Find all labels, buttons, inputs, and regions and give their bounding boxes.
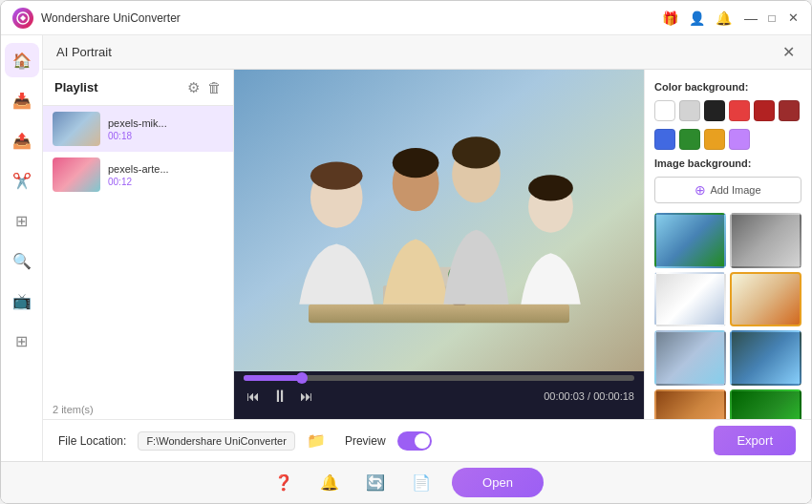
playlist-settings-icon[interactable]: ⚙ xyxy=(187,79,200,96)
progress-fill xyxy=(244,375,302,381)
sidebar-item-home[interactable]: 🏠 xyxy=(5,43,39,77)
sidebar-item-download[interactable]: 📥 xyxy=(5,83,39,117)
file-path: F:\Wondershare UniConverter xyxy=(138,431,295,451)
color-swatch-green[interactable] xyxy=(679,129,700,150)
dialog-close-button[interactable]: ✕ xyxy=(779,43,798,62)
playlist-thumb-2 xyxy=(53,158,100,192)
dock-bell-icon[interactable]: 🔔 xyxy=(314,468,345,498)
image-thumb-3[interactable] xyxy=(654,272,726,327)
playlist-item-info-1: pexels-mik... 00:18 xyxy=(108,117,224,141)
progress-thumb[interactable] xyxy=(296,372,308,384)
color-grid xyxy=(654,100,801,121)
image-thumb-8[interactable] xyxy=(730,389,801,419)
image-thumb-2[interactable] xyxy=(730,213,801,268)
video-preview xyxy=(234,70,644,371)
playlist-header-icons: ⚙ 🗑 xyxy=(187,79,222,96)
svg-rect-1 xyxy=(234,70,644,371)
time-display: 00:00:03 / 00:00:18 xyxy=(544,390,634,402)
image-section-title: Image background: xyxy=(654,158,801,169)
app-title: Wondershare UniConverter xyxy=(41,11,181,25)
svg-point-14 xyxy=(452,136,501,168)
image-thumb-7[interactable] xyxy=(654,389,726,419)
dock-refresh-icon[interactable]: 🔄 xyxy=(360,468,391,498)
forward-button[interactable]: ⏭ xyxy=(297,387,316,406)
image-thumb-4[interactable] xyxy=(730,272,801,327)
dialog-title: AI Portrait xyxy=(56,45,112,59)
minimize-button[interactable]: — xyxy=(744,11,758,25)
add-image-button[interactable]: ⊕ Add Image xyxy=(654,177,801,203)
progress-bar[interactable] xyxy=(244,375,634,381)
dock-page-icon[interactable]: 📄 xyxy=(406,468,437,498)
color-section-title: Color background: xyxy=(654,81,801,93)
playlist-item-name-2: pexels-arte... xyxy=(108,163,224,175)
svg-point-12 xyxy=(310,162,363,190)
dock-help-icon[interactable]: ❓ xyxy=(268,468,299,498)
sidebar-item-grid[interactable]: ⊞ xyxy=(5,203,39,238)
add-icon: ⊕ xyxy=(694,182,706,198)
svg-rect-2 xyxy=(309,304,569,324)
playlist-item[interactable]: pexels-mik... 00:18 xyxy=(43,106,233,152)
file-location-label: File Location: xyxy=(58,434,126,448)
add-image-label: Add Image xyxy=(710,184,760,196)
image-thumb-1[interactable] xyxy=(654,213,726,268)
playlist-item-duration-1: 00:18 xyxy=(108,131,224,141)
color-swatch-orange[interactable] xyxy=(704,129,725,150)
app-logo xyxy=(12,8,33,29)
sidebar-item-upload[interactable]: 📤 xyxy=(5,123,39,158)
image-grid xyxy=(654,213,801,419)
preview-toggle[interactable] xyxy=(397,431,432,451)
playlist-header: Playlist ⚙ 🗑 xyxy=(43,70,233,106)
folder-icon[interactable]: 📁 xyxy=(307,431,326,450)
color-swatch-purple[interactable] xyxy=(729,129,750,150)
sidebar-item-cut[interactable]: ✂️ xyxy=(5,163,39,198)
sidebar: 🏠 📥 📤 ✂️ ⊞ 🔍 📺 ⊞ xyxy=(1,35,43,461)
bottom-bar: File Location: F:\Wondershare UniConvert… xyxy=(43,419,811,461)
video-container xyxy=(234,70,644,371)
open-button[interactable]: Open xyxy=(452,468,544,497)
color-swatch-black[interactable] xyxy=(704,100,725,121)
preview-label: Preview xyxy=(345,434,386,448)
video-area: ⏮ ⏸ ⏭ 00:00:03 / 00:00:18 xyxy=(234,70,644,419)
main-content: 🏠 📥 📤 ✂️ ⊞ 🔍 📺 ⊞ AI Portrait ✕ Playlist xyxy=(1,35,811,461)
color-swatch-red[interactable] xyxy=(729,100,750,121)
playlist-item-name-1: pexels-mik... xyxy=(108,117,224,129)
sidebar-item-tv[interactable]: 📺 xyxy=(5,284,39,318)
notification-icon[interactable]: 🔔 xyxy=(714,9,733,28)
user-icon[interactable]: 👤 xyxy=(687,9,706,28)
color-swatch-darkred[interactable] xyxy=(754,100,775,121)
rewind-button[interactable]: ⏮ xyxy=(244,387,263,406)
playlist-thumb-1 xyxy=(53,112,100,146)
image-thumb-5[interactable] xyxy=(654,330,726,386)
current-time: 00:00:03 xyxy=(544,390,585,402)
dialog-content: Playlist ⚙ 🗑 pexels-mik... 00 xyxy=(43,70,811,419)
app-window: Wondershare UniConverter 🎁 👤 🔔 — □ ✕ 🏠 📥… xyxy=(0,0,812,504)
playlist-panel: Playlist ⚙ 🗑 pexels-mik... 00 xyxy=(43,70,234,419)
window-controls: 🎁 👤 🔔 — □ ✕ xyxy=(660,9,800,28)
playlist-title: Playlist xyxy=(54,80,187,94)
play-pause-button[interactable]: ⏸ xyxy=(270,387,289,406)
color-swatch-deepred[interactable] xyxy=(779,100,800,121)
color-grid-2 xyxy=(654,129,801,150)
maximize-button[interactable]: □ xyxy=(765,11,779,25)
sidebar-item-apps[interactable]: ⊞ xyxy=(5,324,39,358)
time-separator: / xyxy=(588,390,590,402)
playlist-delete-icon[interactable]: 🗑 xyxy=(207,79,222,96)
controls-row: ⏮ ⏸ ⏭ 00:00:03 / 00:00:18 xyxy=(244,387,634,406)
right-panel: Color background: xyxy=(644,70,811,419)
items-count: 2 item(s) xyxy=(43,400,233,419)
dialog-titlebar: AI Portrait ✕ xyxy=(43,35,811,70)
gift-icon[interactable]: 🎁 xyxy=(660,9,679,28)
titlebar: Wondershare UniConverter 🎁 👤 🔔 — □ ✕ xyxy=(1,1,811,35)
sidebar-item-search[interactable]: 🔍 xyxy=(5,243,39,278)
color-swatch-white[interactable] xyxy=(654,100,675,121)
svg-point-15 xyxy=(528,175,573,200)
image-thumb-6[interactable] xyxy=(730,330,801,386)
close-window-button[interactable]: ✕ xyxy=(786,11,800,25)
playlist-item-info-2: pexels-arte... 00:12 xyxy=(108,163,224,187)
playlist-item[interactable]: pexels-arte... 00:12 xyxy=(43,152,233,198)
export-button[interactable]: Export xyxy=(714,426,796,455)
playlist-item-duration-2: 00:12 xyxy=(108,177,224,187)
toggle-knob xyxy=(415,433,430,449)
color-swatch-blue[interactable] xyxy=(654,129,675,150)
color-swatch-lightgray[interactable] xyxy=(679,100,700,121)
